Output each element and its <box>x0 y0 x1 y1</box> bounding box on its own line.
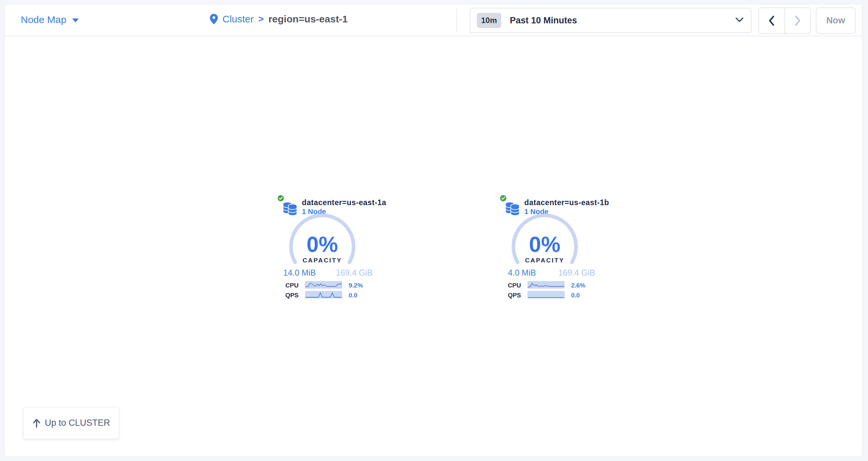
chevron-left-icon <box>768 15 775 26</box>
qps-label: QPS <box>277 292 299 299</box>
now-button[interactable]: Now <box>816 7 856 34</box>
arrow-up-icon <box>32 418 41 428</box>
view-selector-dropdown[interactable]: Node Map <box>21 14 79 25</box>
qps-label: QPS <box>500 292 521 299</box>
breadcrumb-current: region=us-east-1 <box>268 13 348 25</box>
qps-value: 0.0 <box>571 292 580 299</box>
now-button-label: Now <box>827 15 845 26</box>
capacity-percent: 0% <box>307 233 338 255</box>
node-map-panel: Node Map Cluster > region=us-east-1 10m … <box>4 4 862 457</box>
cpu-sparkline <box>528 281 564 289</box>
locality-card-us-east-1a[interactable]: datacenter=us-east-1a 1 Node 0% CAPACITY… <box>277 193 379 303</box>
capacity-used: 14.0 MiB <box>283 268 316 277</box>
cpu-label: CPU <box>277 282 299 289</box>
capacity-percent: 0% <box>529 233 560 255</box>
locality-card-us-east-1b[interactable]: datacenter=us-east-1b 1 Node 0% CAPACITY… <box>500 193 602 303</box>
capacity-used: 4.0 MiB <box>508 268 536 277</box>
up-to-cluster-label: Up to CLUSTER <box>45 418 110 428</box>
capacity-caption: CAPACITY <box>525 257 564 264</box>
chevron-right-icon <box>794 15 801 26</box>
cpu-label: CPU <box>500 282 521 289</box>
time-range-dropdown[interactable]: 10m Past 10 Minutes <box>470 8 751 33</box>
locality-name: datacenter=us-east-1b <box>524 198 609 207</box>
capacity-caption: CAPACITY <box>303 257 342 264</box>
cpu-value: 9.2% <box>349 282 363 289</box>
up-to-cluster-button[interactable]: Up to CLUSTER <box>23 407 119 439</box>
cpu-sparkline <box>305 281 342 289</box>
time-range-badge: 10m <box>477 13 501 28</box>
chevron-down-icon <box>735 17 744 23</box>
capacity-total: 169.4 GiB <box>336 268 372 277</box>
qps-sparkline <box>528 291 564 298</box>
breadcrumb-separator: > <box>258 14 264 24</box>
view-selector-label: Node Map <box>21 14 66 25</box>
cpu-value: 2.6% <box>571 282 585 289</box>
locality-name: datacenter=us-east-1a <box>302 198 386 207</box>
qps-sparkline <box>305 291 342 298</box>
location-pin-icon <box>210 14 218 24</box>
time-nav-arrows <box>758 7 811 34</box>
breadcrumb-cluster-link[interactable]: Cluster <box>222 13 254 25</box>
caret-down-icon <box>72 19 79 22</box>
capacity-total: 169.4 GiB <box>558 268 595 277</box>
time-prev-button[interactable] <box>759 8 785 33</box>
breadcrumb: Cluster > region=us-east-1 <box>210 13 348 25</box>
time-range-label: Past 10 Minutes <box>510 15 577 26</box>
time-next-button[interactable] <box>785 8 811 33</box>
qps-value: 0.0 <box>349 292 357 299</box>
header-bar: Node Map Cluster > region=us-east-1 10m … <box>5 4 862 36</box>
